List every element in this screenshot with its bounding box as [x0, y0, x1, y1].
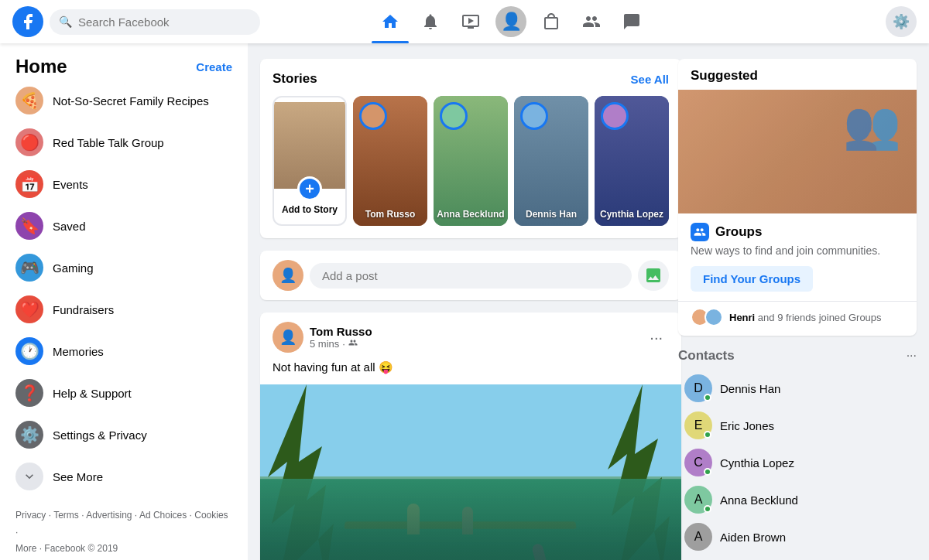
online-indicator-eric-jones	[704, 431, 711, 439]
find-groups-button[interactable]: Find Your Groups	[691, 266, 813, 292]
sidebar-icon-events: 📅	[15, 170, 43, 198]
contacts-section: Contacts ··· D Dennis Han E Eric Jones	[678, 348, 917, 560]
story-label-cynthia-lopez: Cynthia Lopez	[595, 209, 669, 220]
nav-home-button[interactable]	[372, 3, 409, 40]
water-reflection	[260, 479, 681, 560]
story-avatar-dennis-han	[520, 102, 548, 130]
sidebar-item-memories[interactable]: 🕐 Memories	[6, 331, 242, 371]
story-card-anna-becklund[interactable]: Anna Becklund	[434, 96, 508, 226]
page-title: Home	[15, 56, 67, 77]
sidebar-item-family-recipes[interactable]: 🍕 Not-So-Secret Family Recipes	[6, 80, 242, 121]
post-header: 👤 Tom Russo 5 mins · ···	[260, 312, 681, 353]
sidebar-label-red-table-talk: Red Table Talk Group	[53, 136, 164, 149]
nav-messenger-button[interactable]	[613, 3, 650, 40]
sidebar-item-red-table-talk[interactable]: 🔴 Red Table Talk Group	[6, 122, 242, 162]
contacts-more-button[interactable]: ···	[907, 349, 917, 363]
contact-avatar-initial: A	[694, 530, 703, 544]
post-time-unit: ·	[342, 338, 345, 350]
contact-avatar-aiden-brown: A	[684, 523, 712, 551]
sidebar-item-see-more[interactable]: See More	[6, 456, 242, 497]
story-tom-background	[353, 96, 427, 226]
footer-more-link[interactable]: More	[15, 543, 36, 554]
sidebar: Home Create 🍕 Not-So-Secret Family Recip…	[0, 43, 248, 560]
joined-row: Henri and 9 friends joined Groups	[678, 301, 917, 336]
contact-item-aiden-brown[interactable]: A Aiden Brown	[678, 518, 917, 555]
suggested-title: Suggested	[678, 59, 917, 90]
sidebar-item-events[interactable]: 📅 Events	[6, 164, 242, 204]
create-button[interactable]: Create	[196, 60, 232, 73]
feed: Stories See All + Add to Story Tom Russo	[248, 43, 694, 560]
stories-title: Stories	[273, 71, 317, 87]
sidebar-icon-red-table-talk: 🔴	[15, 128, 43, 156]
nav-notifications-button[interactable]	[412, 3, 449, 40]
footer-privacy-link[interactable]: Privacy	[15, 510, 46, 521]
story-cynthia-background	[595, 96, 669, 226]
add-story-background: +	[274, 102, 345, 189]
sidebar-icon-settings-privacy: ⚙️	[15, 421, 43, 449]
groups-icon-row: Groups	[691, 223, 904, 241]
joined-text: Henri and 9 friends joined Groups	[729, 312, 882, 323]
online-indicator-cynthia-lopez	[704, 468, 711, 476]
facebook-logo[interactable]	[12, 6, 43, 37]
post-box: 👤	[260, 251, 681, 300]
contact-name-eric-jones: Eric Jones	[720, 419, 774, 432]
sidebar-item-settings-privacy[interactable]: ⚙️ Settings & Privacy	[6, 415, 242, 455]
post-user-name[interactable]: Tom Russo	[310, 325, 637, 338]
footer-cookies-link[interactable]: Cookies	[194, 510, 228, 521]
sidebar-label-help-support: Help & Support	[53, 387, 132, 400]
search-input[interactable]	[78, 15, 218, 29]
nav-groups-button[interactable]	[573, 3, 610, 40]
topnav-left: 🔍	[12, 6, 260, 37]
search-icon: 🔍	[59, 15, 72, 28]
sidebar-item-fundraisers[interactable]: ❤️ Fundraisers	[6, 289, 242, 330]
footer-advertising-link[interactable]: Advertising	[86, 510, 132, 521]
contact-item-eric-jones[interactable]: E Eric Jones	[678, 407, 917, 444]
story-label-dennis-han: Dennis Han	[514, 209, 588, 220]
sidebar-label-gaming: Gaming	[53, 261, 94, 275]
contact-item-dennis-han[interactable]: D Dennis Han	[678, 370, 917, 407]
story-card-add[interactable]: + Add to Story	[273, 96, 347, 226]
contact-item-cynthia-lopez[interactable]: C Cynthia Lopez	[678, 444, 917, 481]
story-label-anna-becklund: Anna Becklund	[434, 209, 508, 220]
footer-terms-link[interactable]: Terms	[53, 510, 79, 521]
contact-avatar-dennis-han: D	[684, 374, 712, 402]
post-time: 5 mins	[310, 338, 339, 350]
post-meta: 5 mins ·	[310, 338, 637, 350]
groups-info: Groups New ways to find and join communi…	[678, 213, 917, 301]
story-anna-background	[434, 96, 508, 226]
footer-links: Privacy · Terms · Advertising · Ad Choic…	[15, 510, 228, 554]
sidebar-item-saved[interactable]: 🔖 Saved	[6, 206, 242, 246]
story-dennis-background	[514, 96, 588, 226]
online-indicator-dennis-han	[704, 394, 711, 401]
stories-row: + Add to Story Tom Russo Anna Bec	[273, 96, 669, 226]
contacts-panel: Suggested 👥 Groups New ways to find and …	[666, 43, 929, 560]
settings-button[interactable]: ⚙️	[886, 6, 917, 37]
nav-watch-button[interactable]	[452, 3, 489, 40]
sidebar-icon-memories: 🕐	[15, 337, 43, 365]
story-card-tom-russo[interactable]: Tom Russo	[353, 96, 427, 226]
sidebar-icon-help-support: ❓	[15, 379, 43, 407]
story-card-dennis-han[interactable]: Dennis Han	[514, 96, 588, 226]
footer-ad-choices-link[interactable]: Ad Choices	[139, 510, 187, 521]
contact-item-anna-becklund[interactable]: A Anna Becklund	[678, 481, 917, 518]
contact-item-betty-chen[interactable]: B Betty Chen	[678, 555, 917, 560]
contacts-title: Contacts	[678, 348, 735, 364]
contact-name-aiden-brown: Aiden Brown	[720, 531, 786, 544]
see-all-button[interactable]: See All	[631, 73, 669, 86]
contact-avatar-anna-becklund: A	[684, 486, 712, 514]
groups-description: New ways to find and join communities.	[691, 244, 904, 257]
story-card-cynthia-lopez[interactable]: Cynthia Lopez	[595, 96, 669, 226]
sidebar-item-help-support[interactable]: ❓ Help & Support	[6, 373, 242, 413]
sidebar-item-gaming[interactable]: 🎮 Gaming	[6, 248, 242, 288]
post-input[interactable]	[310, 263, 632, 289]
topnav: 🔍 👤 ⚙️	[0, 0, 929, 43]
groups-banner-decoration: 👥	[843, 97, 901, 152]
groups-banner: 👥	[678, 90, 917, 213]
nav-profile-button[interactable]: 👤	[492, 3, 530, 40]
nav-marketplace-button[interactable]	[533, 3, 570, 40]
main-layout: Home Create 🍕 Not-So-Secret Family Recip…	[0, 43, 929, 560]
add-photo-button[interactable]	[638, 260, 669, 291]
joined-text-name: Henri	[729, 312, 755, 323]
contact-name-dennis-han: Dennis Han	[720, 382, 780, 395]
search-box[interactable]: 🔍	[50, 9, 260, 35]
